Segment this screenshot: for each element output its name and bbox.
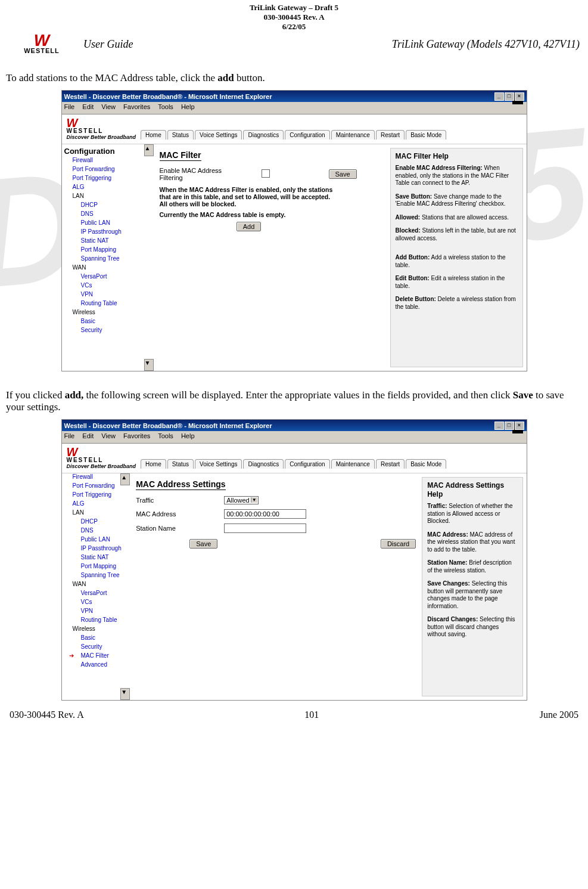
sidebar-item-publan[interactable]: Public LAN [64,218,154,227]
help-h2b: Save Button: [396,193,433,200]
mac-input[interactable] [224,509,306,519]
tab-diag[interactable]: Diagnostics [243,130,284,140]
traffic-select[interactable]: Allowed [224,496,259,504]
window-controls-2[interactable]: _□× [494,421,524,430]
scroll-up-icon[interactable]: ▲ [144,144,154,156]
window-controls[interactable]: _□× [494,92,524,101]
sidebar-item-vcs[interactable]: VCs [64,281,154,290]
tab-maint[interactable]: Maintenance [331,459,375,469]
sidebar-item-dns[interactable]: DNS [64,526,130,535]
sidebar-item-rt[interactable]: Routing Table [64,615,130,624]
menu-view[interactable]: View [101,103,116,110]
tab-status[interactable]: Status [167,459,194,469]
sidebar-item-pmap[interactable]: Port Mapping [64,562,130,571]
menu-file[interactable]: File [64,103,75,110]
sidebar-item-basic[interactable]: Basic [64,317,154,326]
sidebar-item-porttrig[interactable]: Port Triggering [64,490,130,499]
sidebar-item-snat[interactable]: Static NAT [64,236,154,245]
scroll-down-icon[interactable]: ▼ [144,359,154,371]
sidebar-item-stree[interactable]: Spanning Tree [64,254,154,263]
help-h7b: Delete Button: [396,296,436,302]
sidebar-item-basic[interactable]: Basic [64,633,130,642]
footer-left: 030-300445 Rev. A [10,710,84,720]
main-content: MAC Filter Enable MAC Address Filtering … [154,144,390,371]
tab-diag[interactable]: Diagnostics [243,459,284,469]
sidebar-item-portfwd[interactable]: Port Forwarding [64,165,154,174]
tab-config[interactable]: Configuration [285,130,329,140]
menu-view[interactable]: View [101,432,116,439]
sidebar-item-firewall[interactable]: Firewall [64,156,154,165]
tab-basic[interactable]: Basic Mode [406,130,446,140]
discard-button[interactable]: Discard [381,539,416,549]
model-label: TriLink Gateway (Models 427V10, 427V11) [392,38,580,51]
sidebar-item-publan[interactable]: Public LAN [64,535,130,544]
tab-voice[interactable]: Voice Settings [195,130,242,140]
station-input[interactable] [224,524,306,533]
sidebar-item-advanced[interactable]: Advanced [64,660,130,669]
tab-maint[interactable]: Maintenance [331,130,375,140]
sidebar-item-vpn[interactable]: VPN [64,606,130,615]
tab-home[interactable]: Home [141,130,166,140]
tab-basic[interactable]: Basic Mode [406,459,446,469]
sidebar-item-security[interactable]: Security [64,642,130,651]
p1-post: button. [234,72,265,83]
sidebar-item-dhcp[interactable]: DHCP [64,200,154,209]
screenshot-mac-filter: Westell - Discover Better Broadband® - M… [61,90,527,371]
doc-title: TriLink Gateway – Draft 5 [6,3,582,13]
maximize-icon: □ [505,92,514,101]
section-title-2: MAC Address Settings [136,479,225,490]
paragraph-2: If you clicked add, the following screen… [6,389,582,413]
browser-menu[interactable]: File Edit View Favorites Tools Help [62,102,527,111]
sidebar-item-vpn[interactable]: VPN [64,290,154,299]
sidebar-item-rt[interactable]: Routing Table [64,299,154,308]
sidebar-group-wan: WAN [64,263,154,272]
sidebar-item-vport[interactable]: VersaPort [64,272,154,281]
scroll-down-icon[interactable]: ▼ [120,688,130,700]
section-title: MAC Filter [160,150,201,161]
menu-tools[interactable]: Tools [158,103,173,110]
tab-restart[interactable]: Restart [376,459,405,469]
save-button-2[interactable]: Save [189,539,217,549]
menu-help[interactable]: Help [181,103,195,110]
tab-voice[interactable]: Voice Settings [195,459,242,469]
sidebar-item-vcs[interactable]: VCs [64,597,130,606]
save-button[interactable]: Save [329,169,357,179]
menu-tools[interactable]: Tools [158,432,173,439]
user-guide-label: User Guide [83,38,133,51]
tab-restart[interactable]: Restart [376,130,405,140]
menu-file[interactable]: File [64,432,75,439]
menu-favorites[interactable]: Favorites [123,103,150,110]
sidebar-item-macfilter[interactable]: MAC Filter [64,651,130,660]
traffic-value: Allowed [226,497,250,504]
add-button[interactable]: Add [237,222,262,231]
browser-menu-2[interactable]: File Edit View Favorites Tools Help [62,431,527,441]
tab-config[interactable]: Configuration [285,459,329,469]
tab-status[interactable]: Status [167,130,194,140]
sidebar-item-snat[interactable]: Static NAT [64,553,130,562]
h2-4b: Save Changes: [427,580,470,587]
sidebar-item-security[interactable]: Security [64,326,154,334]
enable-mac-checkbox[interactable] [262,169,270,178]
scroll-up-icon[interactable]: ▲ [120,473,130,485]
sidebar-item-alg[interactable]: ALG [64,499,130,508]
menu-help[interactable]: Help [181,432,195,439]
sidebar-item-porttrig[interactable]: Port Triggering [64,174,154,182]
sidebar-item-dns[interactable]: DNS [64,209,154,218]
sidebar-item-vport[interactable]: VersaPort [64,588,130,597]
menu-edit[interactable]: Edit [82,432,94,439]
sidebar-item-ipp[interactable]: IP Passthrough [64,544,130,553]
sidebar-item-ipp[interactable]: IP Passthrough [64,227,154,236]
p1-bold: add [217,72,234,83]
menu-favorites[interactable]: Favorites [123,432,150,439]
brand-tag: Discover Better Broadband [67,463,136,469]
menu-edit[interactable]: Edit [82,103,94,110]
sidebar-item-stree[interactable]: Spanning Tree [64,571,130,580]
doc-date: 6/22/05 [6,22,582,32]
page-footer: 030-300445 Rev. A 101 June 2005 [6,710,582,720]
help-panel-2: MAC Address Settings Help Traffic: Selec… [422,477,522,696]
sidebar-group-wan: WAN [64,580,130,588]
sidebar-item-dhcp[interactable]: DHCP [64,517,130,526]
tab-home[interactable]: Home [141,459,166,469]
sidebar-item-alg[interactable]: ALG [64,182,154,191]
sidebar-item-pmap[interactable]: Port Mapping [64,245,154,254]
